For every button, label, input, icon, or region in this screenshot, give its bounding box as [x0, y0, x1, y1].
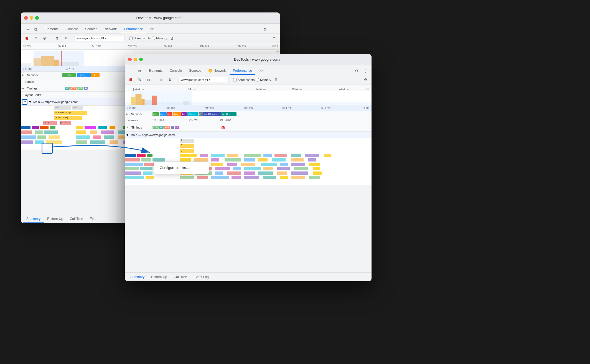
- edit-tracks-btn-back[interactable]: ✏: [22, 99, 27, 105]
- capture-icon-back[interactable]: 🖥: [168, 34, 176, 42]
- network-warning-icon: ⚠: [208, 69, 212, 73]
- timings-section-front: ▼ Timings LCP FP FCP D CL L: [125, 123, 372, 132]
- devtools-icons-back: ⊹ ⧉: [23, 25, 41, 33]
- upload-btn-back[interactable]: ⬆: [53, 34, 61, 42]
- settings-icon-front[interactable]: ⚙: [353, 67, 360, 75]
- device-icon-front[interactable]: ⧉: [136, 67, 144, 75]
- tab-performance-back[interactable]: Performance: [121, 25, 146, 33]
- tab-more-back[interactable]: >>: [147, 25, 157, 33]
- download-btn-front[interactable]: ⬇: [166, 76, 174, 84]
- tab-sources-back[interactable]: Sources: [82, 25, 101, 33]
- tab-performance-front[interactable]: Performance: [230, 67, 255, 75]
- clear-btn-front[interactable]: ⊘: [145, 76, 152, 84]
- bottom-tab-summary-back[interactable]: Summary: [23, 215, 44, 223]
- configure-tracks-menu: Configure tracks...: [154, 162, 209, 174]
- configure-tracks-item[interactable]: Configure tracks...: [154, 163, 209, 172]
- annotation-arrow-svg: [39, 119, 155, 175]
- tab-settings-front: ⚙ ⋮: [353, 67, 369, 75]
- url-selector-front[interactable]: www.google.com #1 ▾: [179, 77, 228, 83]
- minimize-button-front[interactable]: [134, 58, 137, 61]
- tab-elements-back[interactable]: Elements: [41, 25, 62, 33]
- tab-bar-front: ⊹ ⧉ Elements Console Sources ⚠ Network P…: [125, 65, 372, 75]
- sep2-back: [72, 36, 72, 41]
- bottom-tabs-front: Summary Bottom-Up Call Tree Event Log: [125, 272, 372, 281]
- more-icon-back[interactable]: ⋮: [270, 25, 278, 33]
- settings-btn-back[interactable]: ⚙: [270, 34, 278, 42]
- bottom-tab-bottomup-back[interactable]: Bottom-Up: [44, 215, 66, 223]
- tab-console-front[interactable]: Console: [166, 67, 185, 75]
- reload-btn-back[interactable]: ↻: [32, 34, 40, 42]
- url-chevron-back[interactable]: ▾: [105, 37, 106, 40]
- frames-section-front: Frames 295.8 ms 182.6 ms 493.3 ms: [125, 117, 372, 123]
- devtools-icons-front: ⊹ ⧉: [127, 67, 145, 75]
- svg-rect-15: [131, 91, 192, 105]
- url-selector-back[interactable]: www.google.com #1 ▾: [75, 35, 124, 41]
- expand-timings-back: ▶: [22, 87, 24, 90]
- layout-shifts-label-back: Layout Shifts: [22, 93, 41, 97]
- svg-rect-6: [34, 51, 84, 66]
- cpu-label-back: CPU: [274, 50, 279, 53]
- frames-values-front: 295.8 ms 182.6 ms 493.3 ms: [152, 119, 231, 122]
- capture-icon-front[interactable]: 🖥: [272, 76, 280, 84]
- expand-network-back: ▶: [22, 73, 24, 76]
- record-btn-front[interactable]: ⏺: [127, 76, 135, 84]
- ruler-back: 97 ms 397 ms 597 ms 797 ms 997 ms 1197 m…: [21, 43, 280, 50]
- settings-icon-back[interactable]: ⚙: [261, 25, 269, 33]
- reload-btn-front[interactable]: ↻: [136, 76, 144, 84]
- more-icon-front[interactable]: ⋮: [362, 67, 369, 75]
- close-button-front[interactable]: [128, 58, 132, 61]
- memory-check-back[interactable]: Memory: [152, 37, 167, 40]
- traffic-lights-front: [128, 58, 143, 61]
- timing-badges-back: FP FCP LCP D: [65, 87, 88, 90]
- download-btn-back[interactable]: ⬇: [62, 34, 70, 42]
- timings-label-back: Timings: [25, 87, 37, 90]
- screenshots-check-back[interactable]: Screenshots: [129, 37, 151, 40]
- bottom-tab-eventlog-back[interactable]: Ev...: [87, 215, 100, 223]
- bottom-tab-eventlog-front[interactable]: Event Log: [190, 273, 212, 281]
- minimize-button-back[interactable]: [30, 16, 33, 20]
- close-button-back[interactable]: [24, 16, 28, 20]
- tab-console-back[interactable]: Console: [62, 25, 81, 33]
- maximize-button-front[interactable]: [139, 58, 143, 61]
- inspect-icon-back[interactable]: ⊹: [24, 25, 32, 33]
- network-label-back: Network: [25, 73, 38, 77]
- tab-network-front[interactable]: ⚠ Network: [205, 67, 229, 75]
- record-btn-back[interactable]: ⏺: [23, 34, 31, 42]
- timing-badges-front: LCP FP FCP D CL L: [152, 126, 225, 129]
- toolbar-back: ⏺ ↻ ⊘ ⬆ ⬇ www.google.com #1 ▾ Screenshot…: [21, 34, 280, 43]
- bottom-tab-summary-front[interactable]: Summary: [127, 273, 148, 281]
- window-title-back: DevTools - www.google.com/: [42, 16, 277, 20]
- bottom-tab-calltree-back[interactable]: Call Tree: [67, 215, 87, 223]
- device-icon-back[interactable]: ⧉: [32, 25, 40, 33]
- clear-btn-back[interactable]: ⊘: [41, 34, 49, 42]
- bottom-tab-calltree-front[interactable]: Call Tree: [171, 273, 190, 281]
- window-title-front: DevTools - www.google.com/: [146, 57, 368, 61]
- maximize-button-back[interactable]: [35, 16, 39, 20]
- bottom-tab-bottomup-front[interactable]: Bottom-Up: [148, 273, 170, 281]
- tab-more-front[interactable]: >>: [256, 67, 266, 75]
- tab-sources-front[interactable]: Sources: [186, 67, 205, 75]
- network-label-front: Network: [129, 112, 142, 116]
- tab-network-back[interactable]: Network: [101, 25, 120, 33]
- sep1-front: [155, 77, 155, 82]
- tab-settings-back: ⚙ ⋮: [261, 25, 278, 33]
- network-blocks-back: ww gen_... 1...: [62, 73, 100, 77]
- settings-btn-front[interactable]: ⚙: [362, 76, 369, 84]
- sep1-back: [51, 36, 51, 41]
- ruler-front: || 494 ms || 94 ms 1494 ms 1994 ms 2494 …: [125, 84, 372, 91]
- cpu-chart-front: NET: [125, 91, 372, 105]
- ruler2-front: 194 ms 294 ms 394 ms 494 ms 594 ms 694 m…: [125, 105, 372, 111]
- main-label-back: Main — https://www.google.com/: [32, 100, 78, 104]
- sep2-front: [176, 77, 176, 82]
- network-section-front: ▶ Network g... ge... ge clie... 9... hPY…: [125, 111, 372, 117]
- network-blocks-front: g... ge... ge clie... 9... hPYm... ch ge…: [152, 112, 236, 116]
- tab-bar-back: ⊹ ⧉ Elements Console Sources Network Per…: [21, 24, 280, 34]
- ruler2-labels-front: 194 ms 294 ms 394 ms 494 ms 594 ms 694 m…: [127, 106, 369, 109]
- devtools-window-front: DevTools - www.google.com/ ⊹ ⧉ Elements …: [125, 54, 372, 281]
- inspect-icon-front[interactable]: ⊹: [128, 67, 136, 75]
- memory-check-front[interactable]: Memory: [256, 78, 271, 81]
- screenshots-check-front[interactable]: Screenshots: [233, 78, 255, 81]
- url-chevron-front[interactable]: ▾: [209, 78, 210, 81]
- upload-btn-front[interactable]: ⬆: [157, 76, 165, 84]
- tab-elements-front[interactable]: Elements: [145, 67, 166, 75]
